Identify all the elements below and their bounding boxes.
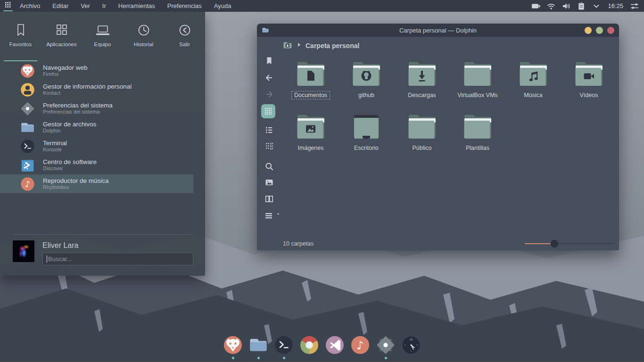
toolbar-menu-button[interactable] [263, 209, 275, 222]
tab-equipo[interactable]: Equipo [82, 18, 123, 57]
toolbar-view-grid-button[interactable] [261, 104, 275, 118]
clock[interactable]: 16:25 [608, 2, 623, 9]
toolbar-view-list-button[interactable] [263, 124, 275, 136]
user-name: Eliver Lara [42, 241, 78, 250]
folder-label: Documentos [291, 91, 330, 99]
app-item-kontact[interactable]: Gestor de información personal Kontact [0, 80, 205, 99]
folder-imagenes[interactable]: Imágenes [283, 114, 339, 164]
favorites-list: Navegador web Firefox Gestor de informac… [0, 61, 205, 193]
app-subtitle: Firefox [43, 71, 88, 77]
window-titlebar[interactable]: Carpeta personal — Dolphin [257, 24, 619, 37]
slider-handle[interactable] [551, 240, 558, 247]
tab-aplicaciones[interactable]: Aplicaciones [41, 18, 82, 57]
menu-preferencias[interactable]: Preferencias [167, 2, 202, 9]
folder-publico[interactable]: Público [394, 114, 450, 164]
folder-descargas[interactable]: Descargas [394, 61, 450, 111]
avatar[interactable] [13, 240, 34, 262]
close-button[interactable] [607, 27, 614, 34]
history-icon [137, 22, 151, 37]
dolphin-folder-icon [262, 26, 269, 34]
tab-historial[interactable]: Historial [123, 18, 164, 57]
folder-github[interactable]: github [339, 61, 394, 111]
folder-icon-video [574, 61, 604, 88]
chevron-down-icon[interactable] [592, 1, 601, 11]
tab-favoritos[interactable]: Favoritos [0, 18, 41, 57]
search-input[interactable]: Buscar... [42, 253, 193, 265]
toolbar-forward-button[interactable] [263, 88, 275, 100]
window-title: Carpeta personal — Dolphin [257, 27, 619, 34]
app-launcher-button[interactable] [0, 0, 16, 12]
minimize-button[interactable] [585, 27, 592, 34]
settings-icon [375, 335, 396, 355]
app-item-dolphin[interactable]: Gestor de archivos Dolphin [0, 118, 205, 137]
running-indicator [257, 357, 260, 359]
app-title: Centro de software [43, 158, 97, 166]
tune-icon[interactable] [630, 1, 639, 11]
leave-icon [178, 22, 192, 37]
folder-musica[interactable]: Música [505, 61, 561, 111]
toolbar-bookmark-button[interactable] [263, 55, 275, 67]
dock-rhythmbox[interactable]: ♪ [349, 335, 371, 359]
dock-konsole[interactable] [273, 335, 295, 359]
global-menubar: ArchivoEditarVerIrHerramientasPreferenci… [20, 2, 231, 9]
menu-ver[interactable]: Ver [81, 2, 90, 9]
chromium-icon [299, 335, 320, 355]
clock-icon: 12 [401, 335, 421, 355]
breadcrumb[interactable]: Carpeta personal [283, 41, 359, 51]
menu-archivo[interactable]: Archivo [20, 2, 40, 9]
dock-settings[interactable] [375, 335, 396, 359]
app-item-rhythmbox[interactable]: ♪ Reproductor de música Rhythmbox [0, 174, 193, 193]
folder-label: Público [410, 144, 435, 152]
running-indicator [385, 357, 387, 359]
folder-virtualbox-vms[interactable]: VirtualBox VMs [450, 61, 505, 111]
svg-text:12: 12 [410, 338, 413, 341]
tab-salir[interactable]: Salir [164, 18, 205, 57]
dock-chromium[interactable] [298, 335, 320, 359]
menu-ir[interactable]: Ir [102, 2, 106, 9]
menu-editar[interactable]: Editar [52, 2, 68, 9]
wifi-icon[interactable] [546, 1, 556, 11]
menu-ayuda[interactable]: Ayuda [214, 2, 231, 9]
folder-icon-desktop [351, 114, 381, 140]
laptop-icon [95, 22, 111, 37]
kontact-icon [20, 82, 35, 98]
toolbar-preview-button[interactable] [263, 176, 275, 189]
dolphin-window: Carpeta personal — Dolphin Carpeta perso… [257, 24, 619, 250]
toolbar-search-button[interactable] [263, 160, 275, 173]
dolphin-icon [248, 335, 269, 355]
bookmark-icon [15, 22, 27, 37]
dock-dolphin[interactable] [248, 335, 269, 359]
folder-escritorio[interactable]: Escritorio [339, 114, 394, 164]
clipboard-icon[interactable] [577, 1, 586, 11]
folder-documentos[interactable]: Documentos [283, 61, 339, 111]
app-item-discover[interactable]: Centro de software Discover [0, 156, 205, 174]
folder-grid: Documentos github Descargas VirtualBox V… [283, 61, 618, 167]
caret-down-icon [276, 209, 281, 221]
app-title: Gestor de archivos [43, 121, 96, 128]
toolbar-view-compact-button[interactable] [263, 140, 275, 152]
volume-icon[interactable] [561, 1, 571, 11]
dock-clock[interactable]: 12 [400, 335, 422, 359]
app-subtitle: Rhythmbox [43, 184, 109, 190]
dock-vscode[interactable] [324, 335, 346, 359]
tab-label: Favoritos [9, 41, 32, 47]
menu-herramientas[interactable]: Herramientas [118, 2, 155, 9]
folder-icon-document [296, 61, 326, 88]
app-item-preferencias-del-sistema[interactable]: Preferencias del sistema Preferencias de… [0, 99, 205, 118]
toolbar-split-button[interactable] [263, 193, 275, 205]
app-title: Terminal [43, 140, 67, 147]
battery-icon[interactable] [531, 1, 541, 11]
app-item-firefox[interactable]: Navegador web Firefox [0, 61, 205, 80]
folder-plantillas[interactable]: Plantillas [450, 114, 505, 164]
maximize-button[interactable] [596, 27, 603, 34]
toolbar-back-button[interactable] [263, 72, 275, 84]
folder-label: Descargas [405, 91, 439, 99]
breadcrumb-label: Carpeta personal [305, 42, 359, 49]
folder-videos[interactable]: Vídeos [561, 61, 617, 111]
dock-firefox[interactable] [222, 335, 244, 359]
dock: ♪ 12 [0, 333, 644, 362]
divider [13, 234, 193, 235]
zoom-slider[interactable] [525, 240, 614, 247]
app-item-konsole[interactable]: Terminal Konsole [0, 137, 205, 156]
app-title: Gestor de información personal [43, 83, 132, 90]
